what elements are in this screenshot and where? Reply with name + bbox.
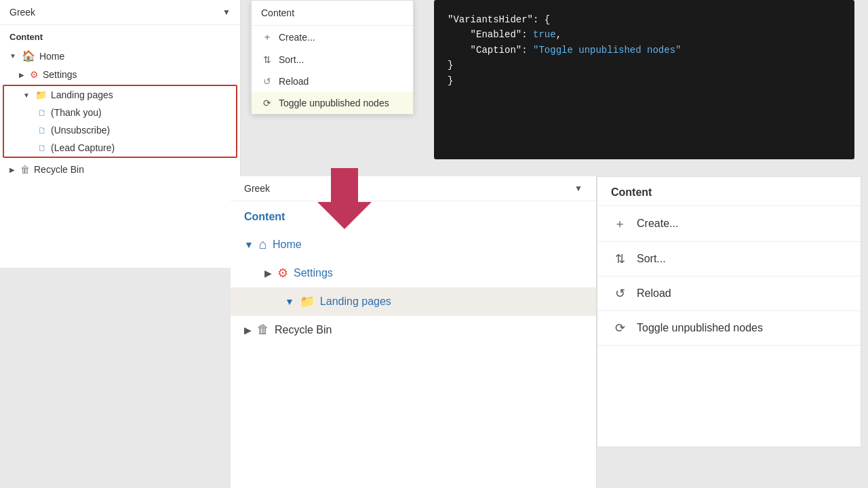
page-icon: 🗋 [38, 125, 47, 136]
gear-icon: ⚙ [30, 69, 39, 80]
tree-item-label: Landing pages [320, 296, 391, 308]
menu-item-label: Reload [279, 76, 309, 87]
tree-item-landing-pages[interactable]: ▼ 📁 Landing pages [4, 86, 236, 104]
home-icon: ⌂ [259, 237, 267, 252]
sort-icon: ⇅ [261, 54, 273, 65]
home-icon: 🏠 [22, 49, 35, 62]
menu-item-label: Sort... [279, 54, 304, 65]
collapse-arrow-icon: ▶ [9, 166, 15, 174]
svg-marker-0 [317, 168, 372, 229]
menu-item-label: Create... [279, 32, 315, 43]
code-line-4: } [448, 58, 841, 73]
tree-item-home[interactable]: ▼ 🏠 Home [0, 46, 240, 66]
tree-item-label: Recycle Bin [275, 324, 332, 336]
right-reload-item[interactable]: ↺ Reload [597, 277, 861, 311]
page-icon: 🗋 [38, 143, 47, 153]
bottom-right-header: Content [597, 177, 861, 206]
bottom-tree-item-recycle-bin[interactable]: ▶ 🗑 Recycle Bin [231, 316, 596, 344]
trash-icon: 🗑 [257, 323, 269, 337]
bottom-section-label: Content [231, 201, 596, 230]
tree-item-label: Recycle Bin [34, 164, 84, 175]
code-line-5: } [448, 73, 841, 88]
page-icon: 🗋 [38, 108, 47, 118]
expand-arrow-icon: ▼ [244, 239, 254, 250]
tree-item-label: (Thank you) [51, 107, 102, 118]
reload-icon: ↺ [611, 286, 629, 301]
chevron-down-icon: ▼ [222, 7, 231, 17]
right-toggle-item[interactable]: ⟳ Toggle unpublished nodes [597, 311, 861, 346]
expand-arrow-icon: ▼ [285, 296, 294, 307]
top-left-panel: Greek ▼ Content ▼ 🏠 Home ▶ ⚙ Settings ▼ … [0, 0, 241, 268]
plus-icon: ＋ [261, 31, 273, 43]
chevron-down-icon: ▼ [574, 184, 583, 193]
menu-item-label: Create... [637, 218, 678, 230]
top-left-header[interactable]: Greek ▼ [0, 0, 240, 25]
tree-item-recycle-bin[interactable]: ▶ 🗑 Recycle Bin [0, 161, 240, 178]
bottom-tree-item-home[interactable]: ▼ ⌂ Home [231, 230, 596, 259]
bottom-tree-item-settings[interactable]: ▶ ⚙ Settings [231, 259, 596, 287]
code-line-2: "Enabled": true, [448, 27, 841, 42]
bottom-left-panel: Greek ▼ Content ▼ ⌂ Home ▶ ⚙ Settings ▼ … [231, 176, 597, 488]
tree-item-settings[interactable]: ▶ ⚙ Settings [0, 66, 240, 83]
top-dropdown-panel: Content ＋ Create... ⇅ Sort... ↺ Reload ⟳… [251, 0, 414, 115]
code-line-3: "Caption": "Toggle unpublished nodes" [448, 43, 841, 58]
tree-item-label: Landing pages [51, 89, 113, 100]
tree-item-label: (Unsubscribe) [51, 125, 110, 136]
collapse-arrow-icon: ▶ [244, 325, 252, 336]
tree-item-label: Home [39, 51, 64, 62]
bottom-left-title: Greek [244, 183, 270, 194]
tree-item-label: (Lead Capture) [51, 142, 115, 153]
dropdown-header: Content [252, 1, 413, 26]
menu-item-label: Reload [637, 287, 671, 300]
folder-icon: 📁 [35, 89, 47, 100]
bottom-tree-item-landing-pages[interactable]: ▼ 📁 Landing pages [231, 287, 596, 316]
sort-icon: ⇅ [611, 251, 629, 266]
menu-item-label: Toggle unpublished nodes [637, 322, 763, 334]
trash-icon: 🗑 [20, 164, 30, 175]
code-line-1: "VariantsHider": { [448, 12, 841, 27]
menu-item-label: Toggle unpublished nodes [279, 98, 389, 108]
reload-menu-item[interactable]: ↺ Reload [252, 70, 413, 92]
right-create-item[interactable]: ＋ Create... [597, 206, 861, 242]
bottom-right-panel: Content ＋ Create... ⇅ Sort... ↺ Reload ⟳… [597, 176, 861, 447]
gear-icon: ⚙ [277, 266, 288, 281]
tree-item-unsubscribe[interactable]: 🗋 (Unsubscribe) [4, 121, 236, 139]
reload-icon: ↺ [261, 76, 273, 87]
bottom-left-header[interactable]: Greek ▼ [231, 176, 596, 201]
landing-pages-group: ▼ 📁 Landing pages 🗋 (Thank you) 🗋 (Unsub… [3, 85, 237, 158]
sort-menu-item[interactable]: ⇅ Sort... [252, 49, 413, 70]
tree-item-label: Settings [43, 69, 77, 80]
top-left-title: Greek [9, 7, 35, 18]
toggle-icon: ⟳ [261, 98, 273, 108]
tree-item-thank-you[interactable]: 🗋 (Thank you) [4, 104, 236, 121]
plus-icon: ＋ [611, 216, 629, 232]
arrow-svg [317, 168, 372, 229]
toggle-icon: ⟳ [611, 321, 629, 336]
collapse-arrow-icon: ▶ [264, 268, 272, 279]
collapse-arrow-icon: ▶ [19, 71, 24, 79]
folder-icon: 📁 [300, 294, 315, 309]
menu-item-label: Sort... [637, 253, 666, 265]
expand-arrow-icon: ▼ [9, 52, 16, 60]
top-left-section-label: Content [0, 25, 240, 46]
tree-item-lead-capture[interactable]: 🗋 (Lead Capture) [4, 139, 236, 157]
tree-item-label: Home [273, 239, 302, 251]
code-panel: "VariantsHider": { "Enabled": true, "Cap… [434, 0, 854, 159]
tree-item-label: Settings [294, 267, 333, 279]
create-menu-item[interactable]: ＋ Create... [252, 26, 413, 49]
right-sort-item[interactable]: ⇅ Sort... [597, 242, 861, 277]
expand-arrow-icon: ▼ [23, 92, 30, 99]
toggle-unpublished-menu-item[interactable]: ⟳ Toggle unpublished nodes [252, 92, 413, 114]
